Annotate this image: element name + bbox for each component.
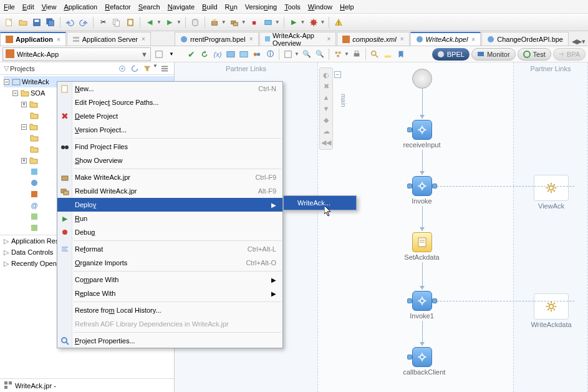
ctx-run[interactable]: ▶ Run [57, 212, 282, 225]
palette-item[interactable]: ✖ [321, 81, 331, 91]
xq-icon[interactable] [225, 49, 236, 60]
save-icon[interactable] [31, 17, 42, 28]
bpa-mode-button[interactable]: ➜BPA [553, 48, 586, 61]
expand-icon[interactable]: ▽ [4, 64, 9, 72]
ctx-compare-with[interactable]: Compare With▶ [57, 273, 282, 287]
collapse-icon[interactable] [159, 63, 170, 74]
refresh-icon[interactable] [129, 63, 140, 74]
menu-search[interactable]: Search [138, 3, 160, 11]
ctx-organize-imports[interactable]: Organize ImportsCtrl+Alt-O [57, 256, 282, 270]
app-combo[interactable]: WriteAck-App ▼ [2, 47, 151, 61]
palette-item[interactable]: ▲ [321, 92, 331, 102]
start-node[interactable] [403, 69, 441, 89]
tab-app-server[interactable]: Application Server × [67, 32, 151, 46]
bpel-mode-button[interactable]: BPEL [432, 48, 470, 61]
debug-icon[interactable] [308, 17, 319, 28]
menu-build[interactable]: Build [202, 3, 217, 11]
xsl-icon[interactable] [238, 49, 249, 60]
variable-icon[interactable]: (x) [212, 49, 223, 60]
menu-run[interactable]: Run [225, 3, 238, 11]
sql-icon[interactable] [190, 17, 201, 28]
menu-help[interactable]: Help [340, 3, 354, 11]
layout-icon[interactable] [332, 49, 344, 60]
callback-node[interactable]: callbackClient [403, 347, 441, 376]
tab-current-program[interactable]: rrentProgram.bpel × [175, 32, 259, 46]
tab-writeack-overview[interactable]: WriteAck-App Overview × [259, 32, 337, 46]
refresh-icon[interactable] [199, 49, 210, 60]
info-icon[interactable]: ⓘ [264, 49, 276, 60]
new-icon[interactable] [4, 17, 15, 28]
ctx-deploy[interactable]: Deploy▶ [57, 198, 282, 212]
invoke-node[interactable]: Invoke [403, 176, 441, 205]
menu-window[interactable]: Window [308, 3, 332, 11]
back-icon[interactable]: ◀ [144, 17, 155, 28]
cut-icon[interactable]: ✂ [97, 17, 108, 28]
ctx-rebuild[interactable]: Rebuild WriteAck.jprAlt-F9 [57, 184, 282, 198]
ctx-debug[interactable]: Debug [57, 225, 282, 239]
ctx-make[interactable]: Make WriteAck.jprCtrl-F9 [57, 170, 282, 184]
open-icon[interactable] [17, 17, 29, 28]
paste-icon[interactable] [125, 17, 136, 28]
forward-icon[interactable]: ▶ [164, 17, 175, 28]
run-icon[interactable]: ▶ [288, 17, 299, 28]
menu-edit[interactable]: Edit [22, 3, 34, 11]
ctx-new[interactable]: New...Ctrl-N [57, 82, 282, 96]
zoom-in-icon[interactable]: 🔍 [301, 49, 312, 60]
tab-overflow-icon[interactable]: ◀▶▾ [569, 37, 588, 46]
zoom-out-icon[interactable]: 🔍 [314, 49, 325, 60]
ctx-show-overview[interactable]: Show Overview [57, 154, 282, 167]
locate-icon[interactable] [117, 63, 128, 74]
filter-icon[interactable] [153, 49, 165, 60]
menu-file[interactable]: File [4, 3, 15, 11]
palette-item[interactable]: ◐ [321, 70, 331, 80]
ctx-delete-project[interactable]: ✖ Delete Project [57, 109, 282, 123]
menu-application[interactable]: Application [64, 3, 97, 11]
find-icon[interactable] [369, 49, 380, 60]
ctx-project-properties[interactable]: Project Properties... [57, 334, 282, 348]
ctx-find-files[interactable]: Find Project Files [57, 140, 282, 154]
palette-item[interactable]: ◆ [321, 115, 331, 125]
validate-icon[interactable]: ✔ [186, 49, 197, 60]
close-icon[interactable]: × [400, 36, 404, 42]
receive-input-node[interactable]: receiveInput [403, 120, 441, 149]
monitor-mode-button[interactable]: Monitor [471, 48, 516, 61]
close-icon[interactable]: × [327, 36, 331, 42]
correlate-icon[interactable] [251, 49, 263, 60]
partner-writeackdata[interactable]: WriteAckdata [523, 293, 579, 328]
tab-composite-xml[interactable]: composite.xml × [337, 32, 409, 46]
ctx-version-project[interactable]: Version Project... [57, 123, 282, 137]
setackdata-node[interactable]: SetAckdata [403, 232, 441, 261]
warn-icon[interactable]: ! [333, 17, 344, 28]
ctx-reformat[interactable]: ReformatCtrl+Alt-L [57, 242, 282, 256]
filter-icon[interactable] [142, 63, 153, 74]
palette-item[interactable]: ☁ [321, 126, 331, 136]
highlight-icon[interactable] [382, 49, 393, 60]
undo-icon[interactable] [64, 17, 75, 28]
invoke1-node[interactable]: Invoke1 [403, 291, 441, 320]
tab-writeack-bpel[interactable]: WriteAck.bpel × [410, 32, 481, 46]
menu-view[interactable]: View [42, 3, 57, 11]
dropdown-icon[interactable]: ▼ [166, 49, 177, 60]
ctx-edit-source-paths[interactable]: Edit Project Source Paths... [57, 96, 282, 109]
menu-refactor[interactable]: Refactor [105, 3, 131, 11]
close-icon[interactable]: × [142, 36, 145, 42]
config-icon[interactable] [263, 17, 274, 28]
print-icon[interactable] [351, 49, 362, 60]
menu-versioning[interactable]: Versioning [245, 3, 277, 11]
palette-item[interactable]: ◀◀ [321, 137, 331, 147]
menu-tools[interactable]: Tools [284, 3, 301, 11]
ctx-replace-with[interactable]: Replace With▶ [57, 287, 282, 300]
zoom-fit-icon[interactable] [282, 49, 294, 60]
save-all-icon[interactable] [45, 17, 56, 28]
redo-icon[interactable] [78, 17, 89, 28]
tab-application[interactable]: Application × [0, 32, 66, 46]
menu-navigate[interactable]: Navigate [168, 3, 195, 11]
make-icon[interactable] [209, 17, 220, 28]
close-icon[interactable]: × [249, 36, 253, 42]
tab-changeorder[interactable]: ChangeOrderAPI.bpe [481, 32, 569, 46]
partner-viewack[interactable]: ViewAck [523, 175, 579, 210]
copy-icon[interactable] [111, 17, 122, 28]
submenu-writeack[interactable]: WriteAck... [284, 196, 356, 210]
ctx-restore-history[interactable]: Restore from Local History... [57, 303, 282, 317]
close-icon[interactable]: × [57, 36, 60, 43]
